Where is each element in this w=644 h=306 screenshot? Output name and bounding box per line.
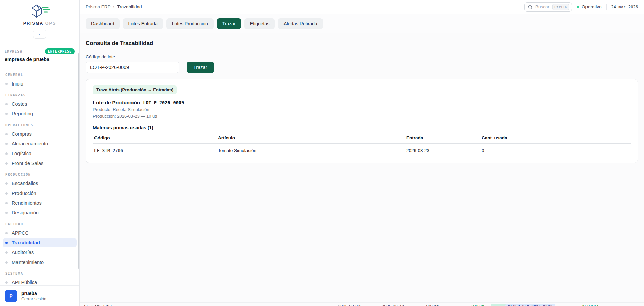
sidebar-item-auditorias[interactable]: Auditorías bbox=[3, 248, 77, 257]
chevron-left-icon: ‹ bbox=[39, 32, 40, 37]
brand-name-primary: PRISMA bbox=[23, 21, 44, 26]
status-indicator: Operativo bbox=[577, 4, 602, 9]
tab-trazar[interactable]: Trazar bbox=[217, 18, 241, 29]
production-lot-label: Lote de Producción: bbox=[93, 100, 142, 105]
tab-lotes-entrada[interactable]: Lotes Entrada bbox=[123, 18, 163, 29]
plan-badge: ENTERPRISE bbox=[45, 48, 75, 54]
sidebar-item-almacenamiento[interactable]: Almacenamiento bbox=[3, 139, 77, 148]
trace-direction-badge: Traza Atrás (Producción → Entradas) bbox=[93, 85, 177, 94]
clipped-fragment: › bbox=[599, 304, 600, 306]
company-label: EMPRESA bbox=[5, 49, 23, 53]
logout-link[interactable]: Cerrar sesión bbox=[21, 297, 46, 301]
product-line: Producto: Receta Simulación bbox=[93, 107, 631, 112]
bullet-dot-icon bbox=[5, 133, 8, 135]
bullet-dot-icon bbox=[5, 261, 8, 264]
sidebar-item-label: Designación bbox=[12, 210, 39, 215]
sidebar-section-title: OPERACIONES bbox=[0, 121, 79, 129]
avatar: P bbox=[5, 290, 17, 302]
clipped-fragment: 2026-03-14 bbox=[382, 304, 404, 306]
production-line: Producción: 2026-03-23 — 10 ud bbox=[93, 114, 631, 119]
production-lot-heading: Lote de Producción: LOT-P-2026-0009 bbox=[93, 100, 631, 105]
bullet-dot-icon bbox=[5, 182, 8, 185]
clipped-fragment: — bbox=[156, 304, 161, 306]
sidebar-item-label: Inicio bbox=[12, 81, 23, 87]
trazar-button[interactable]: Trazar bbox=[187, 62, 214, 73]
sidebar-item-label: Producción bbox=[12, 191, 36, 196]
bullet-dot-icon bbox=[5, 152, 8, 155]
sidebar-section-title: CALIDAD bbox=[0, 219, 79, 228]
sidebar-section-title: FINANZAS bbox=[0, 91, 79, 99]
column-header-entrada: Entrada bbox=[405, 132, 480, 144]
sidebar-scrollbar[interactable] bbox=[78, 53, 79, 269]
tab-alertas-retirada[interactable]: Alertas Retirada bbox=[278, 18, 323, 29]
sidebar-item-appcc[interactable]: APPCC bbox=[3, 228, 77, 238]
breadcrumb: Prisma ERP › Trazabilidad bbox=[86, 4, 142, 9]
sidebar-item-escandallos[interactable]: Escandallos bbox=[3, 179, 77, 188]
search-input[interactable]: Buscar Ctrl+K bbox=[524, 2, 572, 12]
status-dot-icon bbox=[577, 6, 579, 8]
table-cell: 2026-03-23 bbox=[405, 144, 480, 158]
sidebar-item-api-publica[interactable]: API Pública bbox=[3, 278, 77, 285]
bullet-dot-icon bbox=[5, 143, 8, 145]
sidebar-item-rendimientos[interactable]: Rendimientos bbox=[3, 198, 77, 208]
clipped-fragment: 100 kg bbox=[425, 304, 439, 306]
bullet-dot-icon bbox=[5, 162, 8, 165]
search-shortcut-kbd: Ctrl+K bbox=[552, 4, 569, 10]
bullet-dot-icon bbox=[5, 192, 8, 195]
page-title: Consulta de Trazabilidad bbox=[86, 40, 638, 47]
sidebar-item-label: APPCC bbox=[12, 230, 29, 236]
lot-code-input[interactable] bbox=[86, 62, 179, 73]
production-lot-code: LOT-P-2026-0009 bbox=[143, 100, 184, 105]
sidebar-item-label: Rendimientos bbox=[12, 200, 42, 206]
sidebar-section-finanzas: FINANZASCostesReporting bbox=[0, 91, 79, 118]
sidebar-item-produccion[interactable]: Producción bbox=[3, 189, 77, 198]
materials-table: CódigoArtículoEntradaCant. usada LE-SIM-… bbox=[93, 132, 631, 158]
column-header-cant-usada: Cant. usada bbox=[480, 132, 631, 144]
table-cell: Tomate Simulación bbox=[217, 144, 405, 158]
bullet-dot-icon bbox=[5, 103, 8, 105]
user-block: P prueba Cerrar sesión bbox=[0, 285, 79, 306]
bullet-dot-icon bbox=[5, 202, 8, 204]
table-row[interactable]: LE-SIM-2706Tomate Simulación2026-03-230 bbox=[93, 144, 631, 158]
sidebar-item-label: Logística bbox=[12, 151, 31, 156]
user-name: prueba bbox=[21, 291, 46, 296]
tab-lotes-produccion[interactable]: Lotes Producción bbox=[166, 18, 214, 29]
sidebar-item-costes[interactable]: Costes bbox=[3, 99, 77, 109]
trace-result-card: Traza Atrás (Producción → Entradas) Lote… bbox=[86, 79, 638, 163]
sidebar-section-title: SISTEMA bbox=[0, 269, 79, 277]
topbar-divider bbox=[606, 4, 607, 10]
clipped-fragment: 2026-03-23 bbox=[338, 304, 361, 306]
breadcrumb-root[interactable]: Prisma ERP bbox=[86, 4, 111, 9]
company-block: EMPRESA ENTERPRISE empresa de prueba bbox=[0, 45, 79, 66]
bullet-dot-icon bbox=[5, 242, 8, 244]
logo-area: PRISMA OPS ‹ bbox=[0, 0, 79, 45]
sidebar-item-logistica[interactable]: Logística bbox=[3, 149, 77, 158]
materials-title: Materias primas usadas (1) bbox=[93, 125, 631, 130]
sidebar-item-front-de-salas[interactable]: Front de Salas bbox=[3, 159, 77, 168]
sidebar-item-mantenimiento[interactable]: Mantenimiento bbox=[3, 258, 77, 267]
sidebar-item-trazabilidad[interactable]: Trazabilidad bbox=[3, 238, 77, 247]
brand-wordmark: PRISMA OPS bbox=[0, 21, 79, 26]
sidebar-section-general: GENERALInicio bbox=[0, 70, 79, 89]
sidebar-item-designacion[interactable]: Designación bbox=[3, 208, 77, 217]
clipped-fragment: ACTIVO bbox=[582, 304, 598, 306]
bullet-dot-icon bbox=[5, 83, 8, 85]
trace-form: Código de lote Trazar bbox=[86, 54, 638, 73]
sidebar-section-sistema: SISTEMAAPI PúblicaNotificacionesConfigur… bbox=[0, 269, 79, 285]
sidebar-item-label: Costes bbox=[12, 101, 27, 107]
sidebar-section-calidad: CALIDADAPPCCTrazabilidadAuditoríasManten… bbox=[0, 219, 79, 267]
tab-dashboard[interactable]: Dashboard bbox=[86, 18, 120, 29]
tab-etiquetas[interactable]: Etiquetas bbox=[244, 18, 275, 29]
sidebar-item-compras[interactable]: Compras bbox=[3, 129, 77, 139]
sidebar-item-label: Front de Salas bbox=[12, 161, 43, 166]
clipped-fragment: LE-SIM-2707 bbox=[84, 304, 112, 306]
status-label: Operativo bbox=[582, 4, 602, 9]
sidebar-section-title: GENERAL bbox=[0, 70, 79, 79]
table-cell: 0 bbox=[480, 144, 631, 158]
sidebar-item-reporting[interactable]: Reporting bbox=[3, 109, 77, 118]
sidebar-item-label: API Pública bbox=[12, 280, 37, 285]
sidebar-item-inicio[interactable]: Inicio bbox=[3, 79, 77, 89]
search-placeholder: Buscar bbox=[535, 4, 550, 9]
sidebar-collapse-button[interactable]: ‹ bbox=[33, 30, 46, 39]
breadcrumb-separator-icon: › bbox=[113, 5, 115, 9]
